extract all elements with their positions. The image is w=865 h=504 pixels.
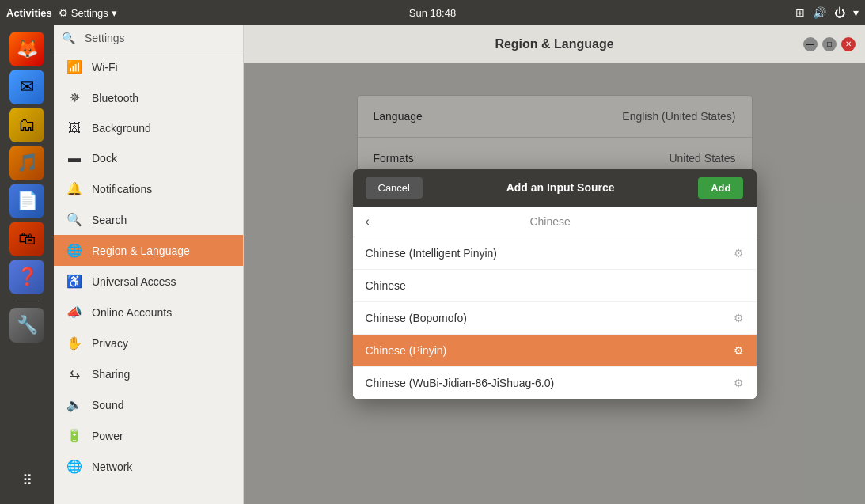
dock-separator xyxy=(15,301,39,301)
dialog-nav-title: Chinese xyxy=(377,215,723,228)
sidebar-item-wifi[interactable]: 📶 Wi-Fi xyxy=(54,51,243,82)
sidebar-item-label-wifi: Wi-Fi xyxy=(92,61,118,74)
dialog-cancel-button[interactable]: Cancel xyxy=(366,177,423,199)
sharing-icon: ⇆ xyxy=(66,366,82,381)
dock-icon-system-tools[interactable]: 🔧 xyxy=(9,308,44,343)
power-icon[interactable]: ⏻ xyxy=(834,6,845,19)
sidebar-item-region[interactable]: 🌐 Region & Language xyxy=(54,235,243,266)
dock-icon-sidebar: ▬ xyxy=(66,151,82,165)
sidebar-item-label-sound: Sound xyxy=(92,399,123,411)
sound-icon-sidebar: 🔈 xyxy=(66,397,82,412)
gear-icon-intelligent-pinyin: ⚙ xyxy=(734,247,744,260)
sidebar-search-label: Settings xyxy=(82,32,125,44)
network-icon[interactable]: ⊞ xyxy=(795,6,805,19)
sidebar-item-search[interactable]: 🔍 Search xyxy=(54,204,243,235)
sidebar-item-sound[interactable]: 🔈 Sound xyxy=(54,389,243,420)
privacy-icon: ✋ xyxy=(66,335,82,351)
dialog-item-label-chinese: Chinese xyxy=(366,279,406,292)
sidebar-search-icon: 🔍 xyxy=(62,32,75,44)
network-icon-sidebar: 🌐 xyxy=(66,459,82,474)
gear-icon-pinyin: ⚙ xyxy=(734,344,744,357)
dock-icon-rhythmbox[interactable]: 🎵 xyxy=(9,146,44,180)
app-menu-dropdown-icon: ▾ xyxy=(112,7,117,19)
system-menu-dropdown[interactable]: ▾ xyxy=(853,6,859,19)
universal-access-icon: ♿ xyxy=(66,274,82,289)
topbar-right: ⊞ 🔊 ⏻ ▾ xyxy=(795,6,859,19)
dock-apps-button[interactable]: ⠿ xyxy=(9,463,44,498)
clock-label: Sun 18:48 xyxy=(409,7,456,19)
dialog-item-pinyin[interactable]: Chinese (Pinyin) ⚙ xyxy=(353,335,757,367)
main-layout: 🔍 Settings 📶 Wi-Fi ✵ Bluetooth 🖼 Backgro… xyxy=(54,25,865,504)
dock-icon-writer[interactable]: 📄 xyxy=(9,184,44,218)
sidebar-item-label-online-accounts: Online Accounts xyxy=(92,306,172,319)
sidebar-item-notifications[interactable]: 🔔 Notifications xyxy=(54,173,243,204)
add-input-source-dialog: Cancel Add an Input Source Add ‹ Chinese… xyxy=(353,169,757,399)
region-icon: 🌐 xyxy=(66,243,82,258)
activities-button[interactable]: Activities xyxy=(6,7,52,19)
close-button[interactable]: ✕ xyxy=(841,37,856,51)
dialog-title: Add an Input Source xyxy=(506,181,615,194)
sidebar-item-label-universal-access: Universal Access xyxy=(92,275,176,288)
topbar-clock: Sun 18:48 xyxy=(409,7,456,19)
sidebar-item-universal-access[interactable]: ♿ Universal Access xyxy=(54,266,243,297)
sidebar-item-label-region: Region & Language xyxy=(92,244,190,257)
maximize-button[interactable]: □ xyxy=(822,37,837,51)
window-controls: — □ ✕ xyxy=(803,37,856,51)
dialog-item-bopomofo[interactable]: Chinese (Bopomofo) ⚙ xyxy=(353,302,757,335)
dialog-titlebar: Cancel Add an Input Source Add xyxy=(353,169,757,207)
settings-icon: ⚙ xyxy=(59,7,68,19)
background-icon: 🖼 xyxy=(66,121,82,135)
app-menu-label: Settings xyxy=(71,7,108,19)
dialog-body: ‹ Chinese Chinese (Intelligent Pinyin) ⚙… xyxy=(353,207,757,399)
online-accounts-icon: 📣 xyxy=(66,305,82,320)
dialog-nav-row: ‹ Chinese xyxy=(353,207,757,237)
sidebar-item-label-notifications: Notifications xyxy=(92,183,152,195)
minimize-button[interactable]: — xyxy=(803,37,818,51)
dialog-item-wubi[interactable]: Chinese (WuBi-Jidian-86-JiShuag-6.0) ⚙ xyxy=(353,367,757,399)
sidebar-header: 🔍 Settings xyxy=(54,25,243,51)
dock: 🦊 ✉ 🗂 🎵 📄 🛍 ❓ 🔧 ⠿ xyxy=(0,25,54,504)
dock-icon-help[interactable]: ❓ xyxy=(9,260,44,294)
dialog-item-chinese[interactable]: Chinese ⚙ xyxy=(353,270,757,302)
dialog-item-label-pinyin: Chinese (Pinyin) xyxy=(366,344,447,357)
sidebar: 🔍 Settings 📶 Wi-Fi ✵ Bluetooth 🖼 Backgro… xyxy=(54,25,244,504)
sidebar-item-network[interactable]: 🌐 Network xyxy=(54,451,243,482)
dock-icon-mail[interactable]: ✉ xyxy=(9,70,44,104)
app-menu[interactable]: ⚙ Settings ▾ xyxy=(59,7,117,19)
sidebar-item-privacy[interactable]: ✋ Privacy xyxy=(54,328,243,358)
sidebar-item-label-search: Search xyxy=(92,214,127,226)
sidebar-item-dock[interactable]: ▬ Dock xyxy=(54,143,243,173)
sidebar-item-power[interactable]: 🔋 Power xyxy=(54,420,243,451)
search-icon: 🔍 xyxy=(66,212,82,227)
topbar-left: Activities ⚙ Settings ▾ xyxy=(6,7,117,19)
sidebar-item-label-dock: Dock xyxy=(92,152,117,165)
dock-icon-files[interactable]: 🗂 xyxy=(9,108,44,142)
content-area: Region & Language — □ ✕ Language English… xyxy=(244,25,865,504)
power-icon-sidebar: 🔋 xyxy=(66,428,82,443)
dialog-item-intelligent-pinyin[interactable]: Chinese (Intelligent Pinyin) ⚙ xyxy=(353,237,757,270)
back-arrow-button[interactable]: ‹ xyxy=(366,214,370,229)
content-title: Region & Language xyxy=(495,37,613,51)
sidebar-item-label-privacy: Privacy xyxy=(92,337,128,350)
sidebar-item-sharing[interactable]: ⇆ Sharing xyxy=(54,358,243,389)
sidebar-item-label-background: Background xyxy=(92,122,151,135)
content-body: Language English (United States) Formats… xyxy=(244,63,865,504)
dock-icon-firefox[interactable]: 🦊 xyxy=(9,32,44,66)
sidebar-item-online-accounts[interactable]: 📣 Online Accounts xyxy=(54,297,243,328)
dialog-item-label-bopomofo: Chinese (Bopomofo) xyxy=(366,312,467,324)
dialog-overlay: Cancel Add an Input Source Add ‹ Chinese… xyxy=(244,63,865,504)
sidebar-item-label-bluetooth: Bluetooth xyxy=(92,92,138,104)
content-header: Region & Language — □ ✕ xyxy=(244,25,865,63)
dialog-item-label-intelligent-pinyin: Chinese (Intelligent Pinyin) xyxy=(366,247,498,260)
dock-icon-appstore[interactable]: 🛍 xyxy=(9,222,44,256)
gear-icon-wubi: ⚙ xyxy=(734,377,744,389)
bluetooth-icon: ✵ xyxy=(66,90,82,105)
sidebar-item-background[interactable]: 🖼 Background xyxy=(54,113,243,143)
sound-icon[interactable]: 🔊 xyxy=(813,6,826,19)
dialog-add-button[interactable]: Add xyxy=(698,177,743,199)
topbar: Activities ⚙ Settings ▾ Sun 18:48 ⊞ 🔊 ⏻ … xyxy=(0,0,865,25)
dialog-item-label-wubi: Chinese (WuBi-Jidian-86-JiShuag-6.0) xyxy=(366,377,555,389)
sidebar-item-bluetooth[interactable]: ✵ Bluetooth xyxy=(54,82,243,113)
sidebar-items-list: 📶 Wi-Fi ✵ Bluetooth 🖼 Background ▬ Dock … xyxy=(54,51,243,504)
sidebar-item-label-sharing: Sharing xyxy=(92,368,130,381)
